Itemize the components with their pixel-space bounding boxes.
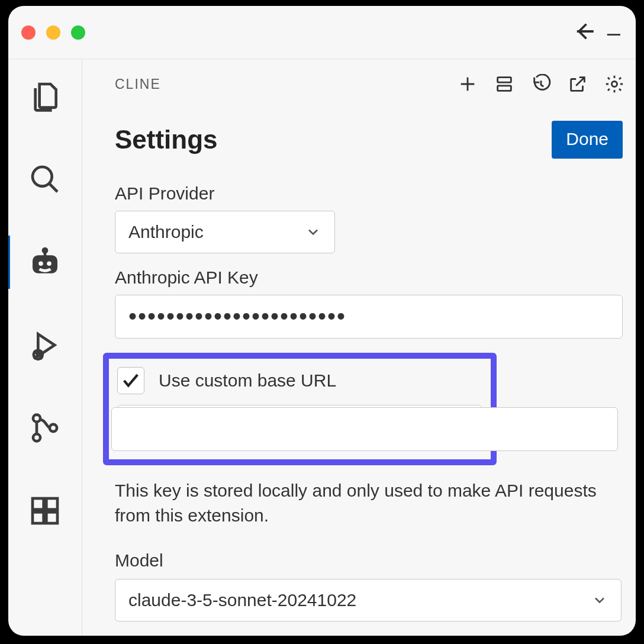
explorer-icon[interactable]: [24, 76, 66, 117]
api-provider-select[interactable]: Anthropic: [115, 211, 335, 253]
svg-point-3: [47, 262, 51, 266]
model-select[interactable]: claude-3-5-sonnet-20241022: [115, 579, 622, 622]
server-icon[interactable]: [494, 73, 515, 95]
api-key-label: Anthropic API Key: [115, 268, 623, 288]
svg-point-2: [38, 262, 43, 266]
plus-icon[interactable]: [457, 73, 478, 95]
done-button[interactable]: Done: [552, 121, 623, 159]
use-custom-url-checkbox[interactable]: [117, 367, 144, 394]
api-key-input[interactable]: •••••••••••••••••••••••: [115, 295, 623, 339]
custom-url-field-bg: [111, 407, 618, 451]
api-provider-label: API Provider: [115, 183, 623, 204]
chevron-down-icon: [305, 224, 321, 240]
model-label: Model: [115, 550, 623, 571]
side-panel: CLINE: [82, 59, 636, 636]
gear-icon[interactable]: [604, 73, 625, 95]
popout-icon[interactable]: [567, 73, 588, 95]
svg-point-7: [33, 434, 40, 441]
model-value: claude-3-5-sonnet-20241022: [128, 590, 356, 610]
use-custom-url-label: Use custom base URL: [159, 371, 336, 391]
app-window: –: [8, 6, 636, 636]
source-control-icon[interactable]: [24, 407, 66, 449]
svg-rect-11: [46, 498, 57, 510]
titlebar: –: [8, 6, 636, 59]
svg-rect-10: [33, 512, 44, 523]
api-key-help-text: This key is stored locally and only used…: [115, 478, 611, 528]
settings-content: Settings Done API Provider Anthropic Ant…: [82, 109, 636, 622]
robot-icon[interactable]: [24, 242, 66, 283]
svg-rect-9: [33, 498, 44, 510]
api-provider-value: Anthropic: [128, 222, 204, 242]
traffic-lights: [21, 25, 85, 40]
svg-rect-13: [498, 78, 511, 83]
svg-rect-14: [498, 86, 511, 91]
svg-point-6: [33, 415, 40, 422]
activity-bar: [8, 59, 82, 636]
panel-header: CLINE: [82, 59, 636, 109]
panel-title: CLINE: [115, 76, 161, 92]
svg-point-0: [33, 167, 52, 186]
back-arrow-icon[interactable]: [572, 19, 597, 46]
svg-rect-12: [46, 512, 57, 523]
extensions-icon[interactable]: [24, 490, 66, 532]
chevron-down-icon: [591, 592, 608, 608]
window-minimize-button[interactable]: [46, 25, 60, 40]
search-icon[interactable]: [24, 159, 66, 200]
window-close-button[interactable]: [21, 25, 36, 40]
window-zoom-button[interactable]: [71, 25, 85, 40]
api-key-value: •••••••••••••••••••••••: [128, 303, 346, 329]
svg-point-15: [611, 81, 617, 86]
debug-icon[interactable]: [24, 324, 66, 366]
page-title: Settings: [115, 125, 218, 154]
history-icon[interactable]: [530, 73, 552, 95]
svg-point-4: [43, 249, 47, 252]
svg-point-8: [50, 424, 57, 432]
